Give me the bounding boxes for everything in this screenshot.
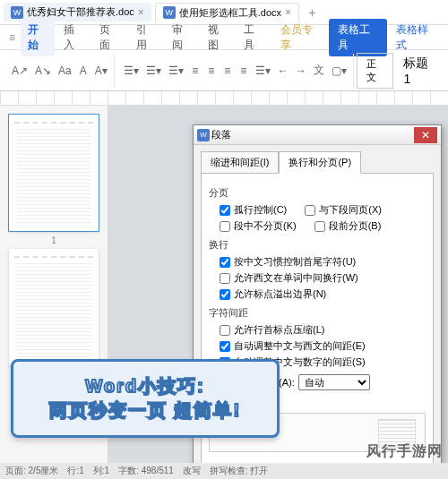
status-col: 列:1 (93, 465, 109, 477)
font-size-decrease-icon[interactable]: A↗ (9, 63, 30, 79)
status-overwrite: 改写 (183, 465, 201, 477)
page-thumb-1[interactable]: 1 (9, 115, 99, 231)
dialog-tabs: 缩进和间距(I) 换行和分页(P) (194, 145, 441, 173)
status-word-count: 字数: 498/511 (118, 465, 174, 477)
section-line-break: 换行 (209, 238, 426, 252)
check-keep-with-next[interactable]: 与下段同页(X) (305, 203, 382, 217)
menu-references[interactable]: 引用 (129, 19, 163, 56)
menu-bar: ≡ 开始 插入 页面 引用 审阅 视图 工具 会员专享 表格工具 表格样式 (0, 25, 448, 50)
menu-view[interactable]: 视图 (201, 19, 235, 56)
menu-home[interactable]: 开始 (21, 19, 55, 56)
word-app-icon: W (197, 129, 210, 141)
status-page: 页面: 2/5厘米 (5, 465, 58, 477)
menu-table-style[interactable]: 表格样式 (389, 19, 443, 56)
promo-banner: Word小技巧: 两页秒变一页 超简单! (11, 359, 280, 438)
tab-line-page-breaks[interactable]: 换行和分页(P) (279, 151, 361, 174)
check-keep-lines-together[interactable]: 段中不分页(K) (220, 219, 297, 233)
borders-icon[interactable]: ▢▾ (329, 63, 349, 79)
ribbon-toolbar: A↗ A↘ Aa A A▾ ☰▾ ☰▾ ☰▾ ≡ ≡ ≡ ≡ ☰▾ ← → 文 … (0, 50, 448, 91)
close-dialog-button[interactable]: ✕ (414, 127, 437, 143)
tab-indent-spacing[interactable]: 缩进和间距(I) (201, 151, 279, 174)
check-page-break-before[interactable]: 段前分页(B) (314, 219, 382, 233)
indent-decrease-icon[interactable]: ← (275, 63, 291, 79)
check-punctuation-overflow[interactable]: 允许标点溢出边界(N) (220, 287, 326, 301)
text-align-select[interactable]: 自动 (298, 374, 370, 390)
style-normal[interactable]: 正文 (357, 53, 394, 89)
align-justify-icon[interactable]: ≡ (237, 63, 251, 79)
align-center-icon[interactable]: ≡ (204, 63, 219, 79)
font-color-icon[interactable]: A▾ (92, 63, 110, 79)
line-spacing-icon[interactable]: ☰▾ (253, 63, 273, 79)
close-icon[interactable]: × (285, 6, 291, 19)
menu-table-tools[interactable]: 表格工具 (329, 19, 386, 56)
word-doc-icon: W (11, 6, 23, 19)
app-menu-icon[interactable]: ≡ (5, 31, 19, 44)
banner-line-2: 两页秒变一页 超简单! (22, 398, 268, 423)
section-char-spacing: 字符间距 (209, 306, 426, 320)
check-widow-control[interactable]: 孤行控制(C) (220, 203, 287, 217)
tab-label: 使用矩形选框工具.docx (179, 6, 281, 20)
watermark-text: 风行手游网 (366, 442, 443, 461)
dialog-title: 段落 (211, 128, 414, 141)
status-bar: 页面: 2/5厘米 行:1 列:1 字数: 498/511 改写 拼写检查: 打… (0, 463, 448, 479)
align-left-icon[interactable]: ≡ (188, 63, 202, 79)
numbering-icon[interactable]: ☰▾ (143, 63, 164, 79)
menu-member[interactable]: 会员专享 (273, 19, 327, 56)
menu-page[interactable]: 页面 (92, 19, 126, 56)
check-compress-punctuation[interactable]: 允许行首标点压缩(L) (220, 323, 324, 337)
font-group: A↗ A↘ Aa A A▾ (5, 54, 115, 88)
horizontal-ruler[interactable] (0, 91, 448, 106)
change-case-icon[interactable]: Aa (56, 63, 74, 79)
check-auto-space-cjk-latin[interactable]: 自动调整中文与西文的间距(E) (220, 339, 366, 353)
new-tab-button[interactable]: + (303, 5, 321, 20)
status-spellcheck: 拼写检查: 打开 (210, 465, 269, 477)
bullets-icon[interactable]: ☰▾ (121, 63, 142, 79)
menu-tools[interactable]: 工具 (237, 19, 271, 56)
section-pagination: 分页 (209, 186, 426, 200)
page-number: 1 (9, 235, 99, 245)
menu-insert[interactable]: 插入 (56, 19, 90, 56)
check-cjk-line-break[interactable]: 按中文习惯控制首尾字符(U) (220, 255, 356, 269)
page-thumb-2[interactable]: 2 (9, 249, 99, 365)
banner-line-1: Word小技巧: (22, 374, 268, 398)
word-doc-icon: W (163, 6, 176, 19)
font-highlight-icon[interactable]: A (76, 63, 90, 79)
multilevel-icon[interactable]: ☰▾ (166, 63, 186, 79)
align-right-icon[interactable]: ≡ (220, 63, 235, 79)
indent-increase-icon[interactable]: → (293, 63, 309, 79)
font-size-increase-icon[interactable]: A↘ (32, 63, 54, 79)
paragraph-group: ☰▾ ☰▾ ☰▾ ≡ ≡ ≡ ≡ ☰▾ ← → 文 ▢▾ (117, 54, 354, 88)
style-heading1[interactable]: 标题 1 (396, 52, 443, 90)
menu-review[interactable]: 审阅 (165, 19, 199, 56)
close-icon[interactable]: × (138, 6, 144, 19)
status-line: 行:1 (67, 465, 83, 477)
dialog-titlebar[interactable]: W 段落 ✕ (194, 125, 441, 145)
text-direction-icon[interactable]: 文 (311, 61, 327, 80)
tab-label: 优秀妇女干部推荐表.doc (27, 5, 134, 19)
check-latin-word-wrap[interactable]: 允许西文在单词中间换行(W) (220, 271, 358, 285)
